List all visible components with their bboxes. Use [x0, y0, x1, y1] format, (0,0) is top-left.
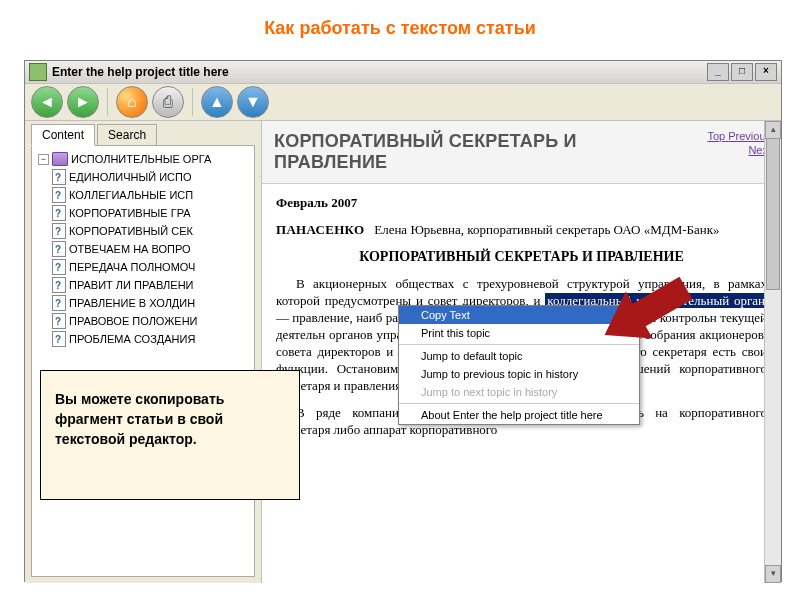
tree-parent-label: ИСПОЛНИТЕЛЬНЫЕ ОРГА: [71, 150, 252, 168]
close-button[interactable]: ×: [755, 63, 777, 81]
ctx-separator: [399, 403, 639, 404]
tree-item-label: КОРПОРАТИВНЫЕ ГРА: [69, 204, 252, 222]
scroll-thumb[interactable]: [766, 138, 780, 290]
link-top[interactable]: Top: [707, 130, 725, 142]
nav-links: Top Previous Next: [707, 129, 771, 157]
article-author: ПАНАСЕНКО Елена Юрьевна, корпоративный с…: [276, 221, 767, 238]
page-icon: [52, 331, 66, 347]
tree-item-label: ПРАВИТ ЛИ ПРАВЛЕНИ: [69, 276, 252, 294]
left-pane: Content Search − ИСПОЛНИТЕЛЬНЫЕ ОРГА ЕДИ…: [25, 121, 261, 583]
forward-button[interactable]: ►: [67, 86, 99, 118]
tab-content[interactable]: Content: [31, 124, 95, 146]
topic-tree[interactable]: − ИСПОЛНИТЕЛЬНЫЕ ОРГА ЕДИНОЛИЧНЫЙ ИСПО К…: [31, 145, 255, 577]
tree-item-label: ПРАВЛЕНИЕ В ХОЛДИН: [69, 294, 252, 312]
article-title: КОРПОРАТИВНЫЙ СЕКРЕТАРЬ И ПРАВЛЕНИЕ: [274, 131, 681, 173]
vertical-scrollbar[interactable]: ▴ ▾: [764, 121, 781, 583]
page-icon: [52, 169, 66, 185]
tree-item-label: КОРПОРАТИВНЫЙ СЕК: [69, 222, 252, 240]
back-button[interactable]: ◄: [31, 86, 63, 118]
page-icon: [52, 295, 66, 311]
page-icon: [52, 241, 66, 257]
tree-item-label: ЕДИНОЛИЧНЫЙ ИСПО: [69, 168, 252, 186]
up-button[interactable]: ▲: [201, 86, 233, 118]
tree-item[interactable]: КОРПОРАТИВНЫЕ ГРА: [34, 204, 252, 222]
callout-box: Вы можете скопировать фрагмент статьи в …: [40, 370, 300, 500]
text-run: — правление, наиб: [276, 310, 382, 325]
ctx-jump-next: Jump to next topic in history: [399, 383, 639, 401]
expand-icon[interactable]: −: [38, 154, 49, 165]
page-icon: [52, 187, 66, 203]
tree-item[interactable]: ПРАВЛЕНИЕ В ХОЛДИН: [34, 294, 252, 312]
app-icon: [29, 63, 47, 81]
article-subhead: КОРПОРАТИВНЫЙ СЕКРЕТАРЬ И ПРАВЛЕНИЕ: [276, 248, 767, 265]
tree-item[interactable]: ЕДИНОЛИЧНЫЙ ИСПО: [34, 168, 252, 186]
tree-item[interactable]: ПРОБЛЕМА СОЗДАНИЯ: [34, 330, 252, 348]
author-name: ПАНАСЕНКО: [276, 222, 364, 237]
title-bar: Enter the help project title here _ □ ×: [25, 61, 781, 84]
tree-item[interactable]: ОТВЕЧАЕМ НА ВОПРО: [34, 240, 252, 258]
book-icon: [52, 152, 68, 166]
slide-title: Как работать с текстом статьи: [0, 0, 800, 47]
tree-parent[interactable]: − ИСПОЛНИТЕЛЬНЫЕ ОРГА: [34, 150, 252, 168]
home-button[interactable]: ⌂: [116, 86, 148, 118]
maximize-button[interactable]: □: [731, 63, 753, 81]
window-controls: _ □ ×: [707, 63, 777, 81]
article-header: КОРПОРАТИВНЫЙ СЕКРЕТАРЬ И ПРАВЛЕНИЕ Top …: [262, 121, 781, 184]
tree-item-label: ПРОБЛЕМА СОЗДАНИЯ: [69, 330, 252, 348]
print-button[interactable]: ⎙: [152, 86, 184, 118]
tree-item[interactable]: КОРПОРАТИВНЫЙ СЕК: [34, 222, 252, 240]
article-date: Февраль 2007: [276, 194, 767, 211]
toolbar-separator: [107, 88, 108, 116]
window-title: Enter the help project title here: [52, 65, 229, 79]
tree-item[interactable]: ПЕРЕДАЧА ПОЛНОМОЧ: [34, 258, 252, 276]
page-icon: [52, 205, 66, 221]
down-button[interactable]: ▼: [237, 86, 269, 118]
page-icon: [52, 259, 66, 275]
tab-search[interactable]: Search: [97, 124, 157, 146]
tree-item-label: ОТВЕЧАЕМ НА ВОПРО: [69, 240, 252, 258]
scroll-down-button[interactable]: ▾: [765, 565, 781, 583]
ctx-separator: [399, 344, 639, 345]
tree-item[interactable]: ПРАВИТ ЛИ ПРАВЛЕНИ: [34, 276, 252, 294]
ctx-jump-previous[interactable]: Jump to previous topic in history: [399, 365, 639, 383]
toolbar: ◄ ► ⌂ ⎙ ▲ ▼: [25, 84, 781, 121]
tree-item-label: ПЕРЕДАЧА ПОЛНОМОЧ: [69, 258, 252, 276]
page-icon: [52, 223, 66, 239]
toolbar-separator: [192, 88, 193, 116]
author-role: Елена Юрьевна, корпоративный секретарь О…: [374, 222, 719, 237]
page-icon: [52, 277, 66, 293]
minimize-button[interactable]: _: [707, 63, 729, 81]
left-tabs: Content Search: [25, 121, 261, 145]
tree-item[interactable]: ПРАВОВОЕ ПОЛОЖЕНИ: [34, 312, 252, 330]
ctx-about[interactable]: About Enter the help project title here: [399, 406, 639, 424]
tree-item-label: ПРАВОВОЕ ПОЛОЖЕНИ: [69, 312, 252, 330]
ctx-jump-default[interactable]: Jump to default topic: [399, 347, 639, 365]
scroll-up-button[interactable]: ▴: [765, 121, 781, 139]
tree-item[interactable]: КОЛЛЕГИАЛЬНЫЕ ИСП: [34, 186, 252, 204]
page-icon: [52, 313, 66, 329]
tree-item-label: КОЛЛЕГИАЛЬНЫЕ ИСП: [69, 186, 252, 204]
callout-text: Вы можете скопировать фрагмент статьи в …: [55, 391, 224, 447]
